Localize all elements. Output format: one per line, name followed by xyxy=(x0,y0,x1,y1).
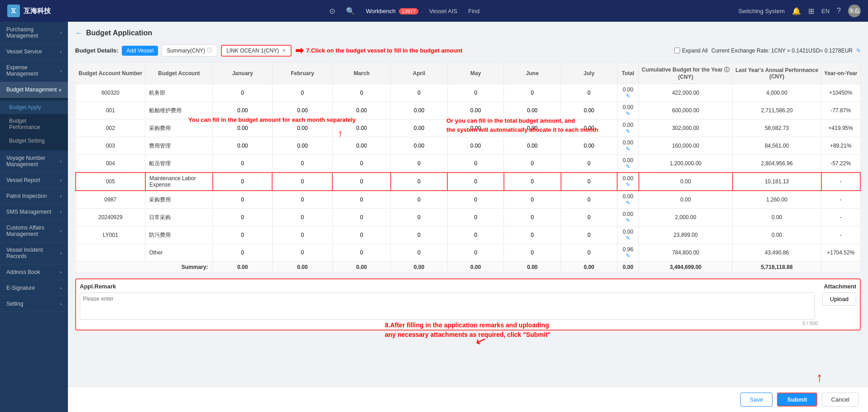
cell-jan[interactable] xyxy=(213,226,272,244)
input-jul-9[interactable] xyxy=(564,249,614,256)
cell-may[interactable] xyxy=(447,209,504,226)
input-mar-6[interactable] xyxy=(336,196,388,203)
input-feb-9[interactable] xyxy=(275,249,330,256)
input-jan-2[interactable] xyxy=(216,125,269,131)
cell-jan[interactable] xyxy=(213,120,272,137)
input-jan-9[interactable] xyxy=(216,249,269,256)
cell-jun[interactable] xyxy=(504,137,561,155)
input-feb-1[interactable] xyxy=(275,107,330,114)
cell-apr[interactable] xyxy=(391,226,448,244)
cell-feb[interactable] xyxy=(272,226,332,244)
cell-mar[interactable] xyxy=(332,226,390,244)
cell-total[interactable]: 0.00 ✎ xyxy=(617,137,639,155)
input-jan-7[interactable] xyxy=(216,214,269,220)
cell-feb[interactable] xyxy=(272,155,332,173)
edit-exchange-icon[interactable]: ✎ xyxy=(856,48,861,54)
input-may-1[interactable] xyxy=(451,107,501,114)
edit-total-icon-8[interactable]: ✎ xyxy=(626,235,630,241)
nav-language[interactable]: EN xyxy=(821,8,830,14)
input-apr-1[interactable] xyxy=(393,107,445,114)
cell-jul[interactable] xyxy=(561,84,618,102)
input-mar-2[interactable] xyxy=(336,125,388,131)
cell-jul[interactable] xyxy=(561,155,618,173)
input-feb-6[interactable] xyxy=(275,196,330,203)
cell-jan[interactable] xyxy=(213,137,272,155)
cell-jul[interactable] xyxy=(561,226,618,244)
cell-total[interactable]: 0.00 ✎ xyxy=(617,172,639,191)
input-jun-7[interactable] xyxy=(507,214,558,220)
input-jul-7[interactable] xyxy=(564,214,614,220)
cancel-button[interactable]: Cancel xyxy=(822,393,859,407)
input-jul-1[interactable] xyxy=(564,107,614,114)
cell-jan[interactable] xyxy=(213,209,272,226)
cell-feb[interactable] xyxy=(272,84,332,102)
cell-feb[interactable] xyxy=(272,244,332,262)
input-jan-1[interactable] xyxy=(216,107,269,114)
cell-apr[interactable] xyxy=(391,209,448,226)
input-feb-0[interactable] xyxy=(275,90,330,96)
cell-mar[interactable] xyxy=(332,120,390,137)
cell-may[interactable] xyxy=(447,226,504,244)
edit-total-icon-2[interactable]: ✎ xyxy=(626,128,630,134)
input-apr-0[interactable] xyxy=(393,90,445,96)
cell-apr[interactable] xyxy=(391,84,448,102)
save-button[interactable]: Save xyxy=(740,393,773,407)
input-jun-9[interactable] xyxy=(507,249,558,256)
remark-textarea[interactable] xyxy=(80,292,815,320)
cell-jan[interactable] xyxy=(213,172,272,191)
cell-mar[interactable] xyxy=(332,84,390,102)
cell-jun[interactable] xyxy=(504,84,561,102)
input-jul-2[interactable] xyxy=(564,125,614,131)
edit-total-icon-4[interactable]: ✎ xyxy=(626,163,630,170)
cell-jun[interactable] xyxy=(504,244,561,262)
cell-mar[interactable] xyxy=(332,172,390,191)
edit-total-icon-9[interactable]: ✎ xyxy=(626,253,630,259)
input-jan-4[interactable] xyxy=(216,160,269,167)
input-jan-6[interactable] xyxy=(216,196,269,203)
input-jul-5[interactable] xyxy=(564,178,614,185)
nav-expand-icon[interactable]: ⊞ xyxy=(808,7,814,15)
input-feb-4[interactable] xyxy=(275,160,330,167)
input-jun-5[interactable] xyxy=(507,178,558,185)
nav-find[interactable]: Find xyxy=(468,8,480,14)
cell-total[interactable]: 0.00 ✎ xyxy=(617,209,639,226)
cell-mar[interactable] xyxy=(332,191,390,209)
sidebar-item-purchasing[interactable]: Purchasing Management › xyxy=(0,22,68,44)
input-mar-7[interactable] xyxy=(336,214,388,220)
input-apr-5[interactable] xyxy=(394,178,445,185)
cell-jun[interactable] xyxy=(504,120,561,137)
input-jun-4[interactable] xyxy=(507,160,558,167)
edit-total-icon-3[interactable]: ✎ xyxy=(626,146,630,152)
close-vessel-tab-icon[interactable]: ✕ xyxy=(282,48,286,54)
input-mar-0[interactable] xyxy=(336,90,388,96)
cell-mar[interactable] xyxy=(332,137,390,155)
input-apr-4[interactable] xyxy=(393,160,445,167)
input-feb-8[interactable] xyxy=(275,232,330,238)
submit-button[interactable]: Submit xyxy=(777,393,817,407)
input-mar-9[interactable] xyxy=(336,249,388,256)
vessel-tab[interactable]: LINK OCEAN 1(CNY) ✕ xyxy=(221,45,292,57)
avatar[interactable]: 朱磊 xyxy=(848,5,861,17)
cell-apr[interactable] xyxy=(391,137,448,155)
cell-feb[interactable] xyxy=(272,137,332,155)
edit-total-icon-6[interactable]: ✎ xyxy=(626,200,630,206)
input-apr-2[interactable] xyxy=(393,125,445,131)
cell-feb[interactable] xyxy=(272,191,332,209)
cell-total[interactable]: 0.00 ✎ xyxy=(617,226,639,244)
cell-may[interactable] xyxy=(447,172,504,191)
cell-jun[interactable] xyxy=(504,155,561,173)
cell-apr[interactable] xyxy=(391,155,448,173)
input-apr-6[interactable] xyxy=(393,196,445,203)
sidebar-sub-budget-apply[interactable]: Budget Apply xyxy=(0,101,68,114)
cell-total[interactable]: 0.00 ✎ xyxy=(617,102,639,120)
nav-search-icon[interactable]: 🔍 xyxy=(346,7,355,15)
cell-jun[interactable] xyxy=(504,226,561,244)
edit-total-icon-5[interactable]: ✎ xyxy=(626,182,630,188)
cell-feb[interactable] xyxy=(272,120,332,137)
cell-jul[interactable] xyxy=(561,191,618,209)
input-may-8[interactable] xyxy=(451,232,501,238)
input-jun-6[interactable] xyxy=(507,196,558,203)
add-vessel-button[interactable]: Add Vessel xyxy=(122,46,158,56)
cell-jun[interactable] xyxy=(504,209,561,226)
sidebar-item-vessel-report[interactable]: Vessel Report › xyxy=(0,172,68,188)
